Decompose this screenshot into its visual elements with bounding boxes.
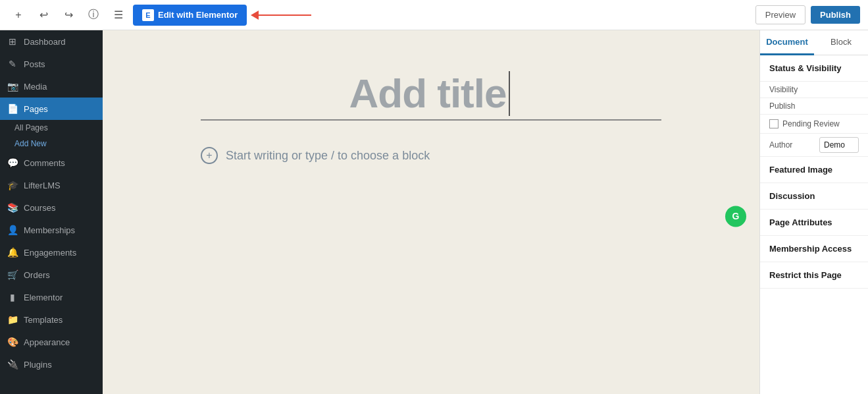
sidebar-item-label: Courses xyxy=(24,203,55,213)
section-featured-image[interactable]: Featured Image xyxy=(760,157,868,183)
author-label: Author xyxy=(769,140,792,150)
sidebar-item-label: Posts xyxy=(24,59,45,69)
panel-tabs: Document Block xyxy=(760,30,868,55)
sidebar-item-lifterlms[interactable]: 🎓 LifterLMS xyxy=(0,174,103,196)
sidebar-item-label: Plugins xyxy=(24,360,52,370)
sidebar-item-pages[interactable]: 📄 Pages xyxy=(0,98,103,120)
undo-button[interactable]: ↩ xyxy=(33,5,54,26)
toolbar-left: + ↩ ↪ ⓘ ☰ E Edit with Elementor xyxy=(8,5,750,26)
sidebar-item-label: Dashboard xyxy=(24,37,66,47)
plugins-icon: 🔌 xyxy=(7,359,18,370)
sidebar-item-dashboard[interactable]: ⊞ Dashboard xyxy=(0,30,103,53)
grammarly-badge[interactable]: G xyxy=(725,206,746,227)
sidebar-item-courses[interactable]: 📚 Courses xyxy=(0,196,103,219)
sidebar-item-all-pages[interactable]: All Pages xyxy=(0,120,103,136)
grammarly-initial: G xyxy=(732,211,740,221)
edit-elementor-button[interactable]: E Edit with Elementor xyxy=(133,5,247,26)
add-block-circle-button[interactable]: + xyxy=(201,147,218,164)
sidebar-item-templates[interactable]: 📁 Templates xyxy=(0,308,103,331)
tab-block[interactable]: Block xyxy=(814,30,868,55)
section-title: Membership Access xyxy=(769,244,859,254)
section-title: Featured Image xyxy=(769,165,859,175)
right-panel: Document Block Status & Visibility Visib… xyxy=(759,30,868,394)
title-cursor xyxy=(509,71,510,116)
sidebar-item-label: Add New xyxy=(14,139,47,148)
tab-document[interactable]: Document xyxy=(760,30,814,55)
main-layout: ⊞ Dashboard ✎ Posts 📷 Media 📄 Pages All … xyxy=(0,30,868,394)
elementor-nav-icon: ▮ xyxy=(7,292,18,302)
redo-button[interactable]: ↪ xyxy=(58,5,79,26)
arrow-line xyxy=(259,14,311,16)
sidebar-item-label: Engagements xyxy=(24,248,76,258)
toolbar-right: Preview Publish xyxy=(755,5,860,24)
write-prompt[interactable]: + Start writing or type / to choose a bl… xyxy=(201,147,661,164)
sidebar-item-engagements[interactable]: 🔔 Engagements xyxy=(0,241,103,264)
section-title: Restrict this Page xyxy=(769,270,859,280)
posts-icon: ✎ xyxy=(7,59,18,69)
elementor-icon: E xyxy=(142,9,154,21)
sidebar-item-media[interactable]: 📷 Media xyxy=(0,75,103,98)
visibility-label: Visibility xyxy=(769,85,798,94)
section-membership-access[interactable]: Membership Access xyxy=(760,236,868,262)
visibility-row: Visibility xyxy=(760,82,868,98)
sidebar-item-orders[interactable]: 🛒 Orders xyxy=(0,264,103,286)
preview-button[interactable]: Preview xyxy=(755,5,805,24)
lifterlms-icon: 🎓 xyxy=(7,180,18,190)
arrow-indicator xyxy=(251,11,311,20)
content-placeholder: Start writing or type / to choose a bloc… xyxy=(226,149,430,163)
sidebar-item-label: Templates xyxy=(24,315,63,325)
publish-button[interactable]: Publish xyxy=(811,6,860,24)
content-area: Add title + Start writing or type / to c… xyxy=(103,30,759,394)
toolbar: + ↩ ↪ ⓘ ☰ E Edit with Elementor Preview … xyxy=(0,0,868,30)
sidebar-item-label: Elementor xyxy=(24,293,63,302)
pages-icon: 📄 xyxy=(7,103,18,114)
add-block-button[interactable]: + xyxy=(8,5,29,26)
list-view-button[interactable]: ☰ xyxy=(108,5,129,26)
sidebar-item-plugins[interactable]: 🔌 Plugins xyxy=(0,353,103,376)
section-title: Discussion xyxy=(769,191,859,201)
pending-review-label: Pending Review xyxy=(782,119,840,128)
dashboard-icon: ⊞ xyxy=(7,36,18,47)
templates-icon: 📁 xyxy=(7,314,18,325)
title-placeholder: Add title xyxy=(349,70,507,117)
page-editor: Add title + Start writing or type / to c… xyxy=(201,70,661,164)
sidebar-item-appearance[interactable]: 🎨 Appearance xyxy=(0,331,103,353)
list-icon: ☰ xyxy=(114,9,123,21)
section-page-attributes[interactable]: Page Attributes xyxy=(760,210,868,236)
memberships-icon: 👤 xyxy=(7,225,18,235)
info-button[interactable]: ⓘ xyxy=(83,5,104,26)
appearance-icon: 🎨 xyxy=(7,337,18,347)
pending-review-checkbox[interactable] xyxy=(769,119,779,128)
section-title: Status & Visibility xyxy=(769,63,859,73)
sidebar-item-add-new[interactable]: Add New xyxy=(0,136,103,152)
section-discussion[interactable]: Discussion xyxy=(760,183,868,210)
redo-icon: ↪ xyxy=(64,9,73,21)
pending-review-row: Pending Review xyxy=(760,115,868,134)
arrow-head-icon xyxy=(251,11,259,20)
engagements-icon: 🔔 xyxy=(7,247,18,258)
title-area[interactable]: Add title xyxy=(201,70,661,121)
author-input[interactable] xyxy=(819,137,859,153)
sidebar-item-comments[interactable]: 💬 Comments xyxy=(0,152,103,174)
sidebar-item-label: Appearance xyxy=(24,337,70,347)
section-status-visibility[interactable]: Status & Visibility xyxy=(760,55,868,82)
orders-icon: 🛒 xyxy=(7,269,18,280)
edit-elementor-label: Edit with Elementor xyxy=(158,10,238,20)
sidebar-item-label: Comments xyxy=(24,158,65,168)
sidebar-item-memberships[interactable]: 👤 Memberships xyxy=(0,219,103,241)
section-restrict-page[interactable]: Restrict this Page xyxy=(760,262,868,289)
sidebar-item-posts[interactable]: ✎ Posts xyxy=(0,53,103,75)
courses-icon: 📚 xyxy=(7,202,18,213)
publish-row: Publish xyxy=(760,98,868,115)
info-icon: ⓘ xyxy=(88,8,99,22)
sidebar-item-label: Memberships xyxy=(24,225,75,235)
section-title: Page Attributes xyxy=(769,217,859,227)
media-icon: 📷 xyxy=(7,81,18,92)
sidebar-item-label: Orders xyxy=(24,270,50,280)
sidebar-item-elementor[interactable]: ▮ Elementor xyxy=(0,286,103,308)
sidebar-item-label: Pages xyxy=(24,104,48,114)
sidebar-item-label: All Pages xyxy=(14,123,48,132)
sidebar-item-label: Media xyxy=(24,82,47,92)
publish-label: Publish xyxy=(769,101,795,111)
sidebar: ⊞ Dashboard ✎ Posts 📷 Media 📄 Pages All … xyxy=(0,30,103,394)
